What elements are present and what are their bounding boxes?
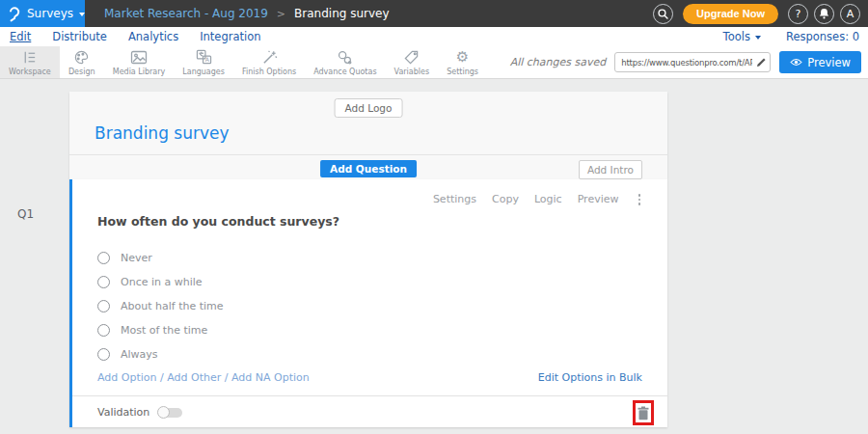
- question-logic-link[interactable]: Logic: [534, 193, 562, 205]
- question-copy-link[interactable]: Copy: [492, 193, 519, 205]
- radio-icon[interactable]: [97, 300, 110, 312]
- question-menu: Settings Copy Logic Preview: [433, 192, 644, 207]
- highlight-box: [633, 400, 654, 425]
- question-settings-link[interactable]: Settings: [433, 193, 476, 205]
- survey-url-input[interactable]: [614, 52, 771, 72]
- radio-icon[interactable]: [97, 324, 110, 337]
- toolbar-item-settings[interactable]: ⚙ Settings: [438, 46, 487, 78]
- radio-icon[interactable]: [97, 276, 110, 288]
- chevron-down-icon: [79, 13, 85, 16]
- toolbar-right: All changes saved Preview: [510, 46, 868, 78]
- top-bar: Surveys Market Research - Aug 2019 > Bra…: [0, 0, 868, 27]
- add-intro-button[interactable]: Add Intro: [579, 160, 642, 179]
- add-logo-button[interactable]: Add Logo: [335, 98, 403, 118]
- survey-toolbar: Workspace Design Media Library A Languag…: [0, 46, 868, 79]
- toolbar-item-languages[interactable]: A Languages: [174, 46, 233, 78]
- magic-wand-icon: [261, 49, 278, 66]
- responses-count[interactable]: Responses: 0: [786, 30, 859, 43]
- radio-icon[interactable]: [97, 348, 110, 361]
- answer-options-list: Never Once in a while About half the tim…: [97, 246, 224, 366]
- validation-row: Validation: [97, 406, 182, 419]
- divider: [69, 154, 667, 155]
- chain-link-icon: [337, 49, 353, 66]
- questionpro-logo-icon: [9, 5, 20, 23]
- tab-distribute[interactable]: Distribute: [52, 30, 107, 43]
- tab-edit[interactable]: Edit: [10, 30, 31, 43]
- nav-right: Tools Responses: 0: [723, 30, 868, 43]
- tools-menu[interactable]: Tools: [723, 30, 761, 43]
- question-number-label: Q1: [17, 207, 34, 221]
- topbar-actions: Upgrade Now ? A: [653, 4, 868, 24]
- more-options-icon[interactable]: [635, 192, 645, 207]
- toolbar-item-advance-quotas[interactable]: Advance Quotas: [305, 46, 385, 78]
- tab-analytics[interactable]: Analytics: [128, 30, 178, 43]
- tools-label: Tools: [723, 30, 750, 43]
- validation-label: Validation: [97, 406, 149, 419]
- pencil-icon: [756, 57, 767, 68]
- bell-icon: [819, 8, 829, 19]
- add-question-button[interactable]: Add Question: [320, 160, 417, 177]
- add-other-link[interactable]: Add Other: [167, 371, 221, 384]
- survey-url-wrap: [614, 52, 771, 72]
- tab-integration[interactable]: Integration: [200, 30, 260, 43]
- option-row[interactable]: Never: [97, 246, 224, 270]
- option-row[interactable]: Most of the time: [97, 318, 224, 342]
- edit-options-in-bulk-link[interactable]: Edit Options in Bulk: [538, 371, 642, 384]
- tag-icon: [403, 49, 420, 66]
- gear-icon: ⚙: [456, 49, 469, 66]
- add-na-option-link[interactable]: Add NA Option: [231, 371, 310, 384]
- link-separator: /: [157, 371, 168, 384]
- option-row[interactable]: About half the time: [97, 294, 224, 318]
- product-label: Surveys: [27, 7, 73, 20]
- divider: [72, 395, 667, 396]
- validation-toggle[interactable]: [157, 406, 182, 419]
- question-text[interactable]: How often do you conduct surveys?: [97, 214, 339, 229]
- survey-header-section: Add Logo Branding survey Add Question Ad…: [69, 92, 667, 179]
- search-icon: [658, 9, 668, 19]
- search-button[interactable]: [653, 4, 673, 24]
- preview-label: Preview: [807, 56, 851, 69]
- palette-icon: [73, 49, 90, 66]
- toolbar-item-workspace[interactable]: Workspace: [0, 46, 60, 78]
- option-row[interactable]: Once in a while: [97, 270, 224, 294]
- help-button[interactable]: ?: [788, 4, 808, 24]
- breadcrumb: Market Research - Aug 2019 > Branding su…: [104, 7, 390, 20]
- chevron-down-icon: [755, 36, 761, 40]
- toolbar-item-variables[interactable]: Variables: [386, 46, 439, 78]
- breadcrumb-current: Branding survey: [294, 7, 390, 20]
- trash-icon: [637, 406, 649, 420]
- surveys-menu[interactable]: Surveys: [0, 0, 85, 27]
- nav-bar: Edit Distribute Analytics Integration To…: [0, 27, 868, 46]
- toolbar-item-design[interactable]: Design: [60, 46, 104, 78]
- upgrade-now-button[interactable]: Upgrade Now: [683, 4, 778, 24]
- image-icon: [130, 49, 148, 66]
- option-actions: Add Option / Add Other / Add NA Option: [97, 371, 310, 384]
- survey-title[interactable]: Branding survey: [95, 123, 230, 143]
- workspace-icon: [21, 49, 38, 66]
- toolbar-item-media-library[interactable]: Media Library: [104, 46, 175, 78]
- toolbar-item-finish-options[interactable]: Finish Options: [233, 46, 305, 78]
- radio-icon[interactable]: [97, 252, 110, 264]
- delete-question-button[interactable]: [637, 406, 649, 420]
- question-card: Settings Copy Logic Preview How often do…: [69, 179, 667, 427]
- breadcrumb-parent-link[interactable]: Market Research - Aug 2019: [104, 7, 268, 20]
- svg-text:A: A: [204, 56, 209, 63]
- breadcrumb-separator: >: [277, 8, 285, 20]
- preview-button[interactable]: Preview: [779, 51, 861, 73]
- save-status: All changes saved: [510, 56, 607, 68]
- eye-icon: [790, 58, 802, 67]
- add-option-link[interactable]: Add Option: [97, 371, 157, 384]
- edit-url-button[interactable]: [756, 57, 767, 68]
- question-preview-link[interactable]: Preview: [578, 193, 619, 205]
- translate-icon: A: [196, 49, 212, 66]
- option-row[interactable]: Always: [97, 342, 224, 366]
- avatar[interactable]: A: [840, 4, 860, 24]
- survey-editor-card: Add Logo Branding survey Add Question Ad…: [69, 92, 667, 427]
- notifications-button[interactable]: [814, 4, 834, 24]
- link-separator: /: [221, 371, 231, 384]
